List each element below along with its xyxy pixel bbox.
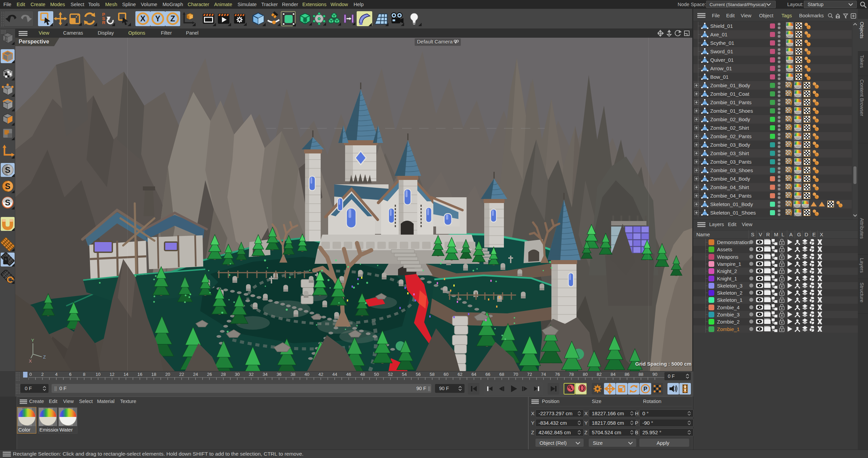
svg-text:90: 90 [653, 372, 657, 377]
svg-text:Z: Z [43, 354, 46, 360]
svg-text:86: 86 [625, 372, 629, 377]
svg-text:72: 72 [527, 372, 532, 377]
svg-text:42: 42 [318, 372, 323, 377]
svg-text:56: 56 [416, 372, 420, 377]
svg-text:X: X [29, 359, 32, 363]
svg-text:44: 44 [332, 372, 337, 377]
svg-text:64: 64 [471, 372, 476, 377]
svg-text:32: 32 [249, 372, 253, 377]
svg-text:52: 52 [388, 372, 393, 377]
svg-text:34: 34 [263, 372, 267, 377]
svg-text:P: P [643, 386, 647, 392]
svg-text:4: 4 [55, 372, 57, 377]
svg-text:74: 74 [541, 372, 546, 377]
svg-text:88: 88 [639, 372, 643, 377]
svg-text:Y: Y [31, 338, 34, 343]
svg-text:50: 50 [374, 372, 379, 377]
svg-text:68: 68 [499, 372, 504, 377]
svg-text:8: 8 [83, 372, 85, 377]
svg-text:84: 84 [611, 372, 616, 377]
svg-text:58: 58 [430, 372, 434, 377]
svg-text:S: S [5, 165, 10, 175]
svg-text:S: S [5, 182, 10, 191]
svg-text:26: 26 [207, 372, 212, 377]
svg-text:36: 36 [277, 372, 281, 377]
svg-text:S: S [5, 198, 10, 207]
svg-text:54: 54 [402, 372, 407, 377]
svg-text:0: 0 [29, 372, 32, 377]
svg-text:10: 10 [96, 372, 100, 377]
svg-text:20: 20 [165, 372, 170, 377]
svg-text:40: 40 [304, 372, 309, 377]
svg-text:14: 14 [124, 372, 128, 377]
svg-text:12: 12 [110, 372, 114, 377]
svg-text:76: 76 [555, 372, 560, 377]
svg-text:66: 66 [485, 372, 490, 377]
svg-text:16: 16 [137, 372, 142, 377]
svg-text:6: 6 [69, 372, 71, 377]
svg-text:60: 60 [444, 372, 448, 377]
svg-text:62: 62 [457, 372, 462, 377]
svg-text:Y: Y [155, 14, 160, 23]
svg-text:48: 48 [360, 372, 365, 377]
svg-text:28: 28 [221, 372, 226, 377]
svg-text:18: 18 [151, 372, 156, 377]
svg-text:R: R [102, 20, 106, 25]
svg-text:38: 38 [290, 372, 295, 377]
svg-text:2: 2 [41, 372, 43, 377]
svg-text:70: 70 [513, 372, 518, 377]
svg-text:30: 30 [235, 372, 240, 377]
svg-text:22: 22 [179, 372, 184, 377]
svg-text:78: 78 [569, 372, 574, 377]
svg-text:46: 46 [346, 372, 351, 377]
svg-text:82: 82 [597, 372, 602, 377]
svg-text:80: 80 [583, 372, 588, 377]
svg-text:24: 24 [193, 372, 198, 377]
svg-text:X: X [140, 14, 146, 23]
svg-text:Z: Z [170, 14, 175, 23]
